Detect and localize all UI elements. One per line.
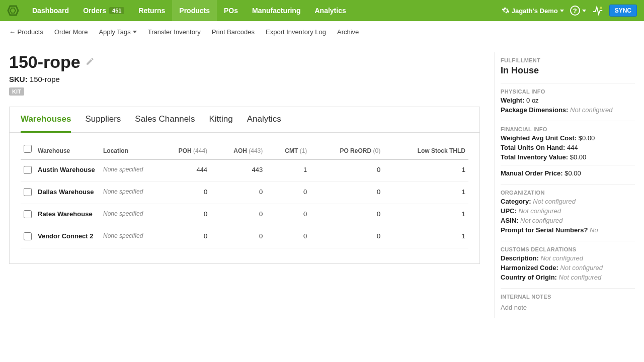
warehouse-location: None specified [100, 226, 155, 248]
nav-manufacturing[interactable]: Manufacturing [245, 0, 307, 21]
warehouse-name: Rates Warehouse [35, 204, 100, 226]
sync-button[interactable]: SYNC [609, 5, 637, 17]
col-poh: POH (444) [155, 140, 210, 160]
tab-analytics[interactable]: Analytics [247, 114, 281, 132]
category-row: Category: Not configured [501, 198, 635, 205]
svg-point-2 [600, 7, 602, 9]
nav-orders[interactable]: Orders451 [76, 0, 131, 21]
cmt-value: 0 [266, 204, 310, 226]
nav-products[interactable]: Products [172, 0, 217, 21]
thld-value: 1 [383, 204, 468, 226]
main-nav: Dashboard Orders451 Returns Products POs… [25, 0, 353, 21]
physical-header: PHYSICAL INFO [501, 88, 635, 95]
edit-title-button[interactable] [86, 57, 95, 67]
tab-suppliers[interactable]: Suppliers [85, 114, 121, 132]
upc-row: UPC: Not configured [501, 207, 635, 215]
nav-analytics[interactable]: Analytics [307, 0, 353, 21]
reord-value: 0 [310, 182, 383, 204]
subnav-apply-tags[interactable]: Apply Tags [99, 28, 136, 36]
help-menu[interactable]: ? [570, 6, 586, 16]
subnav-order-more[interactable]: Order More [54, 28, 88, 36]
table-row: Rates WarehouseNone specified00001 [21, 204, 468, 226]
svg-marker-1 [10, 8, 16, 13]
account-label: Jagath's Demo [512, 7, 558, 15]
financial-header: FINANCIAL INFO [501, 126, 635, 132]
topnav: Dashboard Orders451 Returns Products POs… [0, 0, 644, 21]
gear-icon [502, 7, 510, 15]
tab-kitting[interactable]: Kitting [209, 114, 232, 132]
warehouse-name: Austin Warehouse [35, 160, 100, 182]
warehouse-location: None specified [100, 204, 155, 226]
row-checkbox[interactable] [24, 210, 32, 218]
col-location: Location [100, 140, 155, 160]
reord-value: 0 [310, 160, 383, 182]
col-thld: Low Stock THLD [383, 140, 468, 160]
back-to-products[interactable]: ← Products [9, 28, 43, 36]
serial-row: Prompt for Serial Numbers? No [501, 226, 635, 234]
tab-sales-channels[interactable]: Sales Channels [135, 114, 195, 132]
fulfillment-header: FULFILLMENT [501, 57, 635, 63]
warehouse-location: None specified [100, 182, 155, 204]
account-menu[interactable]: Jagath's Demo [502, 7, 564, 15]
package-dimensions-row: Package Dimensions: Not configured [501, 106, 635, 114]
col-cmt: CMT (1) [266, 140, 310, 160]
table-row: Vendor Connect 2None specified00001 [21, 226, 468, 248]
weight-row: Weight: 0 oz [501, 97, 635, 104]
customs-coo-row: Country of Origin: Not configured [501, 274, 635, 281]
wauc-row: Weighted Avg Unit Cost: $0.00 [501, 134, 635, 142]
notes-header: INTERNAL NOTES [501, 294, 635, 300]
row-checkbox[interactable] [24, 166, 32, 174]
nav-pos[interactable]: POs [217, 0, 245, 21]
col-reord: PO ReORD (0) [310, 140, 383, 160]
kit-badge: KIT [9, 87, 24, 96]
reord-value: 0 [310, 204, 383, 226]
mop-row: Manual Order Price: $0.00 [501, 169, 635, 177]
subnav-archive[interactable]: Archive [337, 28, 359, 36]
nav-returns[interactable]: Returns [131, 0, 172, 21]
product-tabs: Warehouses Suppliers Sales Channels Kitt… [10, 107, 479, 133]
table-row: Dallas WarehouseNone specified00001 [21, 182, 468, 204]
select-all-checkbox[interactable] [24, 145, 32, 153]
table-row: Austin WarehouseNone specified444443101 [21, 160, 468, 182]
aoh-value: 443 [210, 160, 266, 182]
thld-value: 1 [383, 182, 468, 204]
asin-row: ASIN: Not configured [501, 217, 635, 224]
col-warehouse: Warehouse [35, 140, 100, 160]
warehouse-name: Dallas Warehouse [35, 182, 100, 204]
row-checkbox[interactable] [24, 232, 32, 240]
poh-value: 0 [155, 226, 210, 248]
warehouse-location: None specified [100, 160, 155, 182]
col-aoh: AOH (443) [210, 140, 266, 160]
subnav-transfer-inventory[interactable]: Transfer Inventory [148, 28, 201, 36]
chevron-down-icon [133, 31, 137, 33]
product-title: 150-rope [9, 52, 80, 72]
tab-warehouses[interactable]: Warehouses [21, 114, 71, 133]
cmt-value: 1 [266, 160, 310, 182]
subnav: ← Products Order More Apply Tags Transfe… [0, 21, 644, 43]
chevron-down-icon [560, 10, 564, 12]
tuoh-row: Total Units On Hand: 444 [501, 144, 635, 151]
cmt-value: 0 [266, 226, 310, 248]
aoh-value: 0 [210, 204, 266, 226]
tiv-row: Total Inventory Value: $0.00 [501, 153, 635, 161]
reord-value: 0 [310, 226, 383, 248]
aoh-value: 0 [210, 226, 266, 248]
poh-value: 0 [155, 182, 210, 204]
nav-dashboard[interactable]: Dashboard [25, 0, 76, 21]
brand-logo[interactable] [7, 5, 19, 17]
row-checkbox[interactable] [24, 188, 32, 196]
thld-value: 1 [383, 160, 468, 182]
add-note-button[interactable]: Add note [501, 304, 527, 311]
aoh-value: 0 [210, 182, 266, 204]
subnav-export-log[interactable]: Export Inventory Log [266, 28, 326, 36]
activity-icon[interactable] [592, 5, 603, 16]
orders-count-badge: 451 [109, 7, 124, 14]
cmt-value: 0 [266, 182, 310, 204]
warehouse-card: Warehouses Suppliers Sales Channels Kitt… [9, 107, 480, 264]
customs-harm-row: Harmonized Code: Not configured [501, 264, 635, 272]
warehouse-name: Vendor Connect 2 [35, 226, 100, 248]
customs-desc-row: Description: Not configured [501, 254, 635, 262]
subnav-print-barcodes[interactable]: Print Barcodes [212, 28, 255, 36]
poh-value: 0 [155, 204, 210, 226]
pencil-icon [86, 57, 95, 66]
